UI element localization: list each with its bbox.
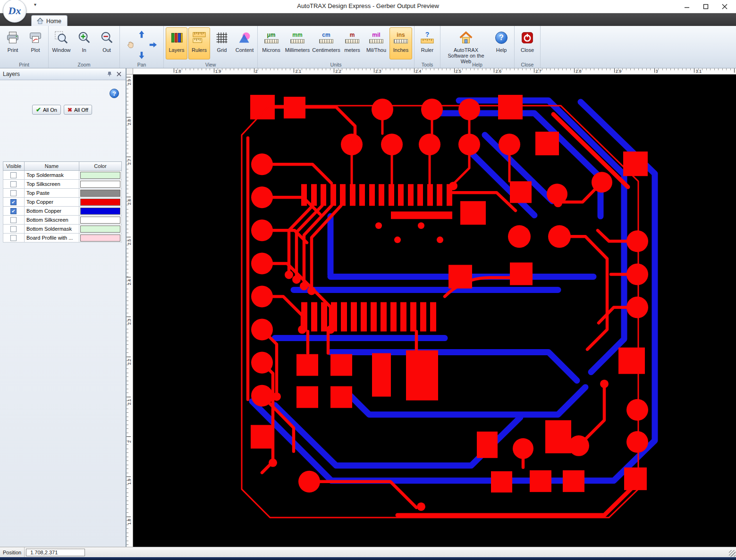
layer-name[interactable]: Board Profile with ... [25,234,79,242]
layer-color-swatch[interactable] [80,172,120,179]
panel-help-button[interactable]: ? [110,89,119,98]
minimize-button[interactable] [677,0,696,13]
units-inches-button[interactable]: ins Inches [389,27,412,59]
home-web-icon [458,29,474,46]
pan-hand-icon[interactable] [126,41,135,49]
autotrax-web-button[interactable]: AutoTRAX Software on the Web [442,27,490,65]
horizontal-ruler: 1.81.922.12.22.32.42.52.62.72.82.933.13.… [133,68,736,75]
layer-name[interactable]: Bottom Silkscreen [25,216,79,225]
layer-row[interactable]: Top Soldermask [3,171,122,180]
ribbon: Print Plot Print Window In Out Zoom [0,26,736,68]
layer-visible-checkbox[interactable]: ✔ [10,208,17,214]
layer-name[interactable]: Top Paste [25,189,79,198]
ruler-label: 2.5 [456,69,462,74]
ruler-label: 1.8 [127,518,132,526]
layer-color-swatch[interactable] [80,217,120,224]
close-window-button[interactable] [715,0,734,13]
column-header-visible[interactable]: Visible [3,162,25,171]
print-button[interactable]: Print [2,27,24,59]
layers-icon [169,29,185,46]
ruler-label: 2.7 [127,158,132,166]
centimeters-unit-icon: cm [322,32,330,38]
layer-color-swatch[interactable] [80,208,120,215]
tab-home[interactable]: Home [31,15,68,26]
layers-panel-title: Layers [3,71,104,77]
units-microns-button[interactable]: μm Microns [260,27,283,59]
layer-color-swatch[interactable] [80,190,120,197]
close-preview-button[interactable]: Close [516,27,538,59]
all-on-button[interactable]: ✔ All On [32,105,61,115]
units-meters-button[interactable]: m meters [341,27,363,59]
all-off-button[interactable]: ✖ All Off [64,105,92,115]
layer-name[interactable]: Bottom Soldermask [25,225,79,234]
content-toggle-button[interactable]: Content [234,27,255,59]
window-bottom-edge [0,557,736,560]
layer-row[interactable]: ✔Bottom Copper [3,207,122,216]
status-bar: Position 1.708,2.371 [0,547,736,557]
ruler-tool-button[interactable]: ? Ruler [416,27,438,59]
units-centimeters-button[interactable]: cm Centimeters [312,27,340,59]
group-label-close: Close [515,62,540,67]
units-millimeters-button[interactable]: mm Millimeters [284,27,311,59]
maximize-button[interactable] [696,0,715,13]
power-close-icon [519,29,535,46]
layer-name[interactable]: Top Soldermask [25,171,79,180]
zoom-in-button[interactable]: In [73,27,95,59]
pan-down-button[interactable] [137,51,146,59]
quick-access-dropdown[interactable]: ▾ [34,2,36,7]
resize-grip[interactable] [729,550,736,557]
group-label-pan: Pan [120,62,163,67]
ruler-tick [254,68,254,73]
layer-visible-checkbox[interactable]: ✔ [10,199,17,205]
layer-color-swatch[interactable] [80,181,120,188]
layer-color-swatch[interactable] [80,226,120,233]
panel-close-icon[interactable] [115,70,123,78]
layer-visible-checkbox[interactable] [10,181,17,187]
gerber-preview-canvas[interactable] [133,75,736,547]
position-label: Position [0,547,25,557]
zoom-window-button[interactable]: Window [51,27,72,59]
plot-button[interactable]: Plot [25,27,46,59]
layer-name[interactable]: Top Copper [25,198,79,207]
layer-visible-checkbox[interactable] [10,190,17,196]
ruler-label: 2 [255,69,258,74]
layer-row[interactable]: Top Paste [3,189,122,198]
ruler-label: 2.3 [375,69,381,74]
pan-up-button[interactable] [137,30,146,39]
layer-row[interactable]: Bottom Soldermask [3,225,122,234]
pin-icon[interactable] [106,70,113,78]
layer-visible-checkbox[interactable] [10,235,17,241]
layer-color-swatch[interactable] [80,234,120,242]
help-button[interactable]: ? Help [491,27,512,59]
layer-name[interactable]: Top Silkscreen [25,180,79,189]
layer-row[interactable]: Bottom Silkscreen [3,216,122,225]
app-logo-text: Dx [8,5,21,17]
units-mil-button[interactable]: mil Mil/Thou [364,27,389,59]
layer-row[interactable]: Board Profile with ... [3,234,122,242]
layer-visible-checkbox[interactable] [10,172,17,178]
group-label-view: View [164,62,257,67]
pan-right-button[interactable] [149,41,157,49]
group-label-units: Units [258,62,414,67]
layer-visible-checkbox[interactable] [10,226,17,232]
layer-color-swatch[interactable] [80,199,120,206]
zoom-out-button[interactable]: Out [96,27,118,59]
layers-toggle-button[interactable]: Layers [166,27,187,59]
check-icon: ✔ [36,106,41,113]
layer-row[interactable]: Top Silkscreen [3,180,122,189]
layer-row[interactable]: ✔Top Copper [3,198,122,207]
layer-visible-checkbox[interactable] [10,217,17,223]
column-header-color[interactable]: Color [79,162,122,171]
ruler-tick [127,237,131,237]
rulers-toggle-button[interactable]: Rulers [188,27,210,59]
inches-ruler-icon [394,39,408,43]
ribbon-group-units: μm Microns mm Millimeters cm Centimeters… [258,26,415,68]
ruler-tick [127,277,131,277]
ruler-tick [654,68,655,73]
app-logo[interactable]: Dx [3,0,26,23]
grid-toggle-button[interactable]: Grid [211,27,233,59]
layer-name[interactable]: Bottom Copper [25,207,79,216]
ruler-tick [127,77,131,77]
pcb-preview [133,75,736,547]
column-header-name[interactable]: Name [25,162,79,171]
